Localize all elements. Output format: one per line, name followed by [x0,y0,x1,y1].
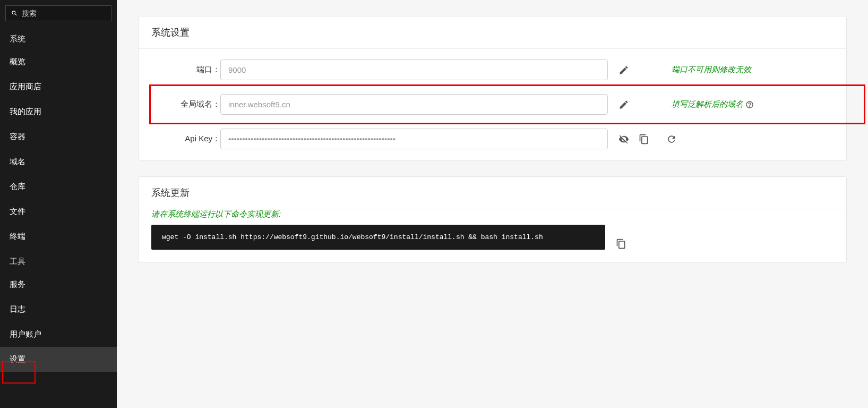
nav-item-概览[interactable]: 概览 [0,49,117,74]
settings-card: 系统设置 端口：端口不可用则修改无效全局域名：填写泛解析后的域名Api Key： [138,16,847,160]
form-row-1: 全局域名：填写泛解析后的域名 [151,94,833,115]
form-row-2: Api Key： [151,129,833,149]
nav: 系统概览应用商店我的应用容器域名仓库文件终端工具服务日志用户账户设置 [0,27,117,372]
update-command: wget -O install.sh https://websoft9.gith… [151,225,605,250]
refresh-icon[interactable] [666,134,677,144]
icon-group [608,65,629,75]
icon-group [608,99,629,110]
search-input[interactable] [22,9,106,18]
nav-item-仓库[interactable]: 仓库 [0,174,117,199]
nav-item-应用商店[interactable]: 应用商店 [0,74,117,99]
edit-icon[interactable] [618,65,629,75]
search-box[interactable] [5,5,111,21]
nav-item-我的应用[interactable]: 我的应用 [0,99,117,124]
copy-icon[interactable] [639,134,649,144]
form-input-1[interactable] [220,94,608,115]
hint-text: 端口不可用则修改无效 [672,65,751,75]
form-label: Api Key： [151,134,220,144]
edit-icon[interactable] [618,99,629,110]
nav-item-文件[interactable]: 文件 [0,199,117,224]
highlight-annotation-settings [2,361,36,384]
nav-section-header: 系统 [0,27,117,49]
nav-item-容器[interactable]: 容器 [0,124,117,149]
copy-icon[interactable] [616,239,626,249]
help-icon[interactable] [745,100,754,109]
nav-item-服务[interactable]: 服务 [0,272,117,297]
search-icon [11,10,18,17]
nav-item-日志[interactable]: 日志 [0,297,117,322]
nav-item-域名[interactable]: 域名 [0,149,117,174]
form-label: 全局域名： [151,99,220,109]
nav-item-用户账户[interactable]: 用户账户 [0,322,117,347]
update-title: 系统更新 [139,177,846,209]
nav-section-header: 工具 [0,249,117,272]
nav-item-终端[interactable]: 终端 [0,224,117,249]
icon-group [608,134,677,144]
sidebar: 系统概览应用商店我的应用容器域名仓库文件终端工具服务日志用户账户设置 [0,0,117,408]
update-card: 系统更新 请在系统终端运行以下命令实现更新: wget -O install.s… [138,176,847,263]
hint-text: 填写泛解析后的域名 [672,99,754,109]
eye-off-icon[interactable] [618,134,629,144]
form-label: 端口： [151,65,220,75]
settings-title: 系统设置 [139,16,846,49]
form-row-0: 端口：端口不可用则修改无效 [151,60,833,80]
form-input-2[interactable] [220,129,608,149]
update-message: 请在系统终端运行以下命令实现更新: [139,209,846,225]
main-content: 系统设置 端口：端口不可用则修改无效全局域名：填写泛解析后的域名Api Key：… [117,0,868,408]
form-input-0[interactable] [220,60,608,80]
